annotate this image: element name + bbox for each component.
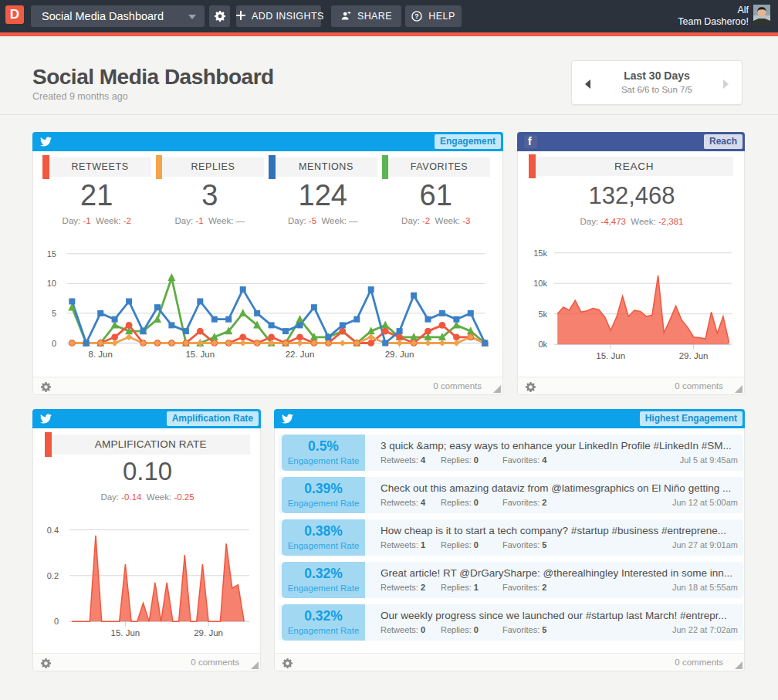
svg-text:5: 5 — [52, 309, 56, 318]
svg-text:15k: 15k — [533, 249, 547, 258]
svg-text:15. Jun: 15. Jun — [596, 351, 625, 360]
svg-text:10k: 10k — [533, 279, 547, 288]
svg-text:0.4: 0.4 — [47, 526, 59, 535]
svg-text:29. Jun: 29. Jun — [385, 350, 414, 359]
svg-text:29. Jun: 29. Jun — [194, 628, 223, 637]
svg-text:0k: 0k — [538, 340, 547, 349]
svg-text:15. Jun: 15. Jun — [185, 350, 215, 359]
svg-text:0: 0 — [54, 617, 59, 626]
svg-text:0.2: 0.2 — [47, 571, 59, 580]
svg-text:29. Jun: 29. Jun — [679, 351, 709, 360]
svg-text:10: 10 — [47, 279, 56, 288]
svg-text:0: 0 — [52, 339, 56, 348]
svg-text:?: ? — [415, 12, 420, 20]
svg-text:8. Jun: 8. Jun — [89, 350, 113, 359]
svg-text:15. Jun: 15. Jun — [111, 628, 140, 637]
svg-text:5k: 5k — [538, 309, 547, 319]
svg-text:22. Jun: 22. Jun — [286, 350, 315, 359]
svg-text:15: 15 — [47, 249, 56, 259]
